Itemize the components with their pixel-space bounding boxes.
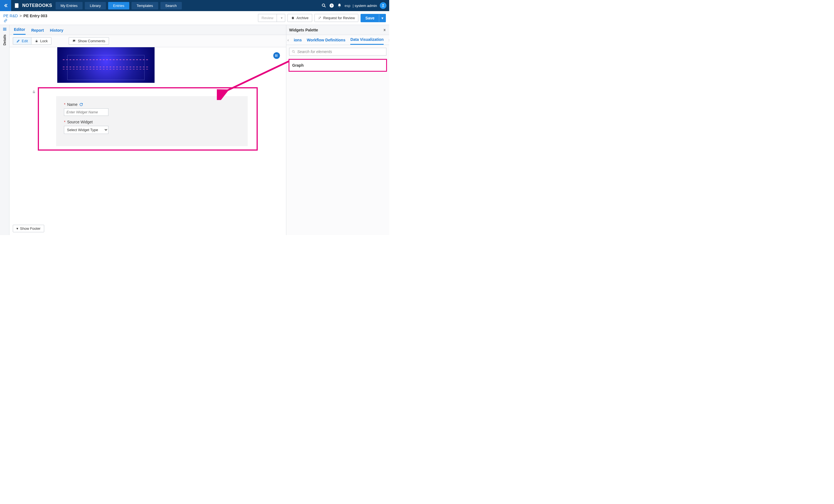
required-asterisk: *	[64, 102, 65, 107]
request-review-label: Request for Review	[323, 16, 355, 20]
svg-point-17	[292, 50, 294, 52]
chevron-left-icon	[3, 3, 8, 8]
nav-search[interactable]: Search	[160, 2, 182, 9]
lock-icon	[35, 39, 38, 43]
edit-button[interactable]: Edit	[13, 37, 31, 45]
name-label-row: * Name	[64, 102, 83, 107]
nav-my-entries[interactable]: My Entries	[56, 2, 83, 9]
svg-point-14	[275, 56, 276, 56]
bell-icon	[337, 3, 342, 8]
search-icon	[321, 3, 326, 8]
palette-tabs: ‹ ions Workflow Definitions Data Visuali…	[286, 35, 389, 45]
person-icon	[381, 4, 385, 7]
user-avatar[interactable]	[380, 2, 387, 9]
unlock-icon	[32, 89, 36, 94]
svg-point-4	[382, 4, 384, 5]
palette-tab-workflow[interactable]: Workflow Definitions	[307, 36, 345, 44]
palette-collapse[interactable]	[382, 28, 387, 32]
permalink-button[interactable]	[3, 19, 47, 23]
palette-tabs-prev[interactable]: ‹	[287, 38, 289, 42]
breadcrumb-parent-link[interactable]: PE R&D	[3, 14, 18, 18]
app-header: NOTEBOOKS My Entries Library Entries Tem…	[0, 0, 389, 11]
save-caret[interactable]: ▾	[379, 14, 386, 22]
palette-header: Widgets Palette	[286, 25, 389, 35]
archive-button[interactable]: Archive	[287, 14, 312, 22]
nav-entries[interactable]: Entries	[108, 2, 129, 9]
main-column: Editor Report History Edit Lock Show Com…	[9, 25, 286, 235]
wand-icon	[318, 16, 322, 20]
palette-tab-overflow[interactable]: ions	[294, 38, 302, 42]
show-comments-button[interactable]: Show Comments	[69, 37, 109, 45]
source-label-row: * Source Widget	[64, 120, 93, 124]
svg-line-18	[294, 52, 295, 53]
edit-label: Edit	[22, 39, 28, 43]
back-button[interactable]	[0, 0, 11, 11]
details-toggle[interactable]	[2, 27, 7, 32]
svg-point-13	[275, 55, 276, 55]
lock-button[interactable]: Lock	[31, 37, 51, 45]
caret-down-icon: ▾	[16, 226, 18, 231]
show-footer-button[interactable]: ▾ Show Footer	[13, 225, 44, 232]
comments-icon	[72, 39, 76, 43]
refresh-icon	[79, 102, 83, 107]
palette-search-placeholder: Search for elements	[297, 49, 332, 54]
link-icon	[3, 19, 8, 23]
breadcrumb-current: PE Entry 003	[23, 14, 47, 18]
trash-icon	[291, 16, 295, 20]
save-button[interactable]: Save ▾	[360, 14, 386, 22]
user-role: system admin	[355, 4, 377, 8]
tab-history[interactable]: History	[49, 26, 64, 35]
palette-title: Widgets Palette	[289, 28, 318, 32]
name-label: Name	[67, 102, 77, 107]
nav-templates[interactable]: Templates	[131, 2, 158, 9]
details-label: Details	[3, 35, 7, 45]
details-rail: Details	[0, 25, 9, 235]
edit-lock-group: Edit Lock	[13, 37, 51, 45]
svg-rect-8	[36, 41, 38, 42]
notifications-icon-button[interactable]	[335, 0, 343, 11]
required-asterisk: *	[64, 120, 65, 124]
editor-canvas[interactable]: * Name * Source Widget	[9, 47, 286, 235]
user-short: esp	[345, 4, 350, 8]
palette-tabs-next[interactable]: ›	[389, 38, 389, 42]
content-menu-fab[interactable]	[273, 52, 280, 59]
sub-header: PE R&D > PE Entry 003 Review ▾ Archive R…	[0, 11, 389, 25]
save-label: Save	[361, 14, 379, 22]
search-icon	[292, 50, 295, 54]
tab-editor[interactable]: Editor	[13, 25, 26, 35]
list-icon	[275, 54, 279, 58]
review-caret[interactable]: ▾	[279, 14, 285, 22]
help-icon-button[interactable]: ?	[328, 0, 335, 11]
source-widget-select[interactable]: Select Widget Type	[64, 126, 108, 134]
menu-icon	[2, 27, 7, 32]
collapse-icon	[382, 28, 387, 32]
request-review-button[interactable]: Request for Review	[314, 14, 358, 22]
search-icon-button[interactable]	[320, 0, 328, 11]
widgets-palette: Widgets Palette ‹ ions Workflow Definiti…	[286, 25, 389, 235]
help-icon: ?	[329, 3, 334, 8]
graph-widget-dropzone[interactable]: * Name * Source Widget	[38, 87, 258, 151]
nav-library[interactable]: Library	[85, 2, 106, 9]
review-label: Review	[258, 14, 277, 22]
main-tabs: Editor Report History	[9, 25, 286, 35]
svg-text:?: ?	[331, 4, 332, 7]
palette-item-graph[interactable]: Graph	[289, 59, 387, 72]
user-sep: |	[352, 4, 353, 8]
breadcrumb-sep: >	[19, 14, 22, 18]
palette-search[interactable]: Search for elements	[289, 48, 387, 55]
show-footer-label: Show Footer	[20, 226, 41, 231]
name-refresh[interactable]	[79, 102, 83, 107]
svg-point-12	[275, 55, 276, 55]
review-button[interactable]: Review ▾	[258, 14, 286, 22]
notebook-icon	[14, 2, 20, 8]
breadcrumb: PE R&D > PE Entry 003	[3, 14, 47, 18]
archive-label: Archive	[297, 16, 308, 20]
gel-image	[57, 47, 155, 83]
editor-toolbar: Edit Lock Show Comments	[9, 35, 286, 47]
svg-line-1	[325, 6, 326, 7]
pencil-icon	[16, 39, 20, 43]
tab-report[interactable]: Report	[30, 26, 44, 35]
widget-name-input[interactable]	[64, 108, 108, 116]
source-label: Source Widget	[67, 120, 93, 124]
palette-tab-dataviz[interactable]: Data Visualization	[350, 35, 383, 45]
